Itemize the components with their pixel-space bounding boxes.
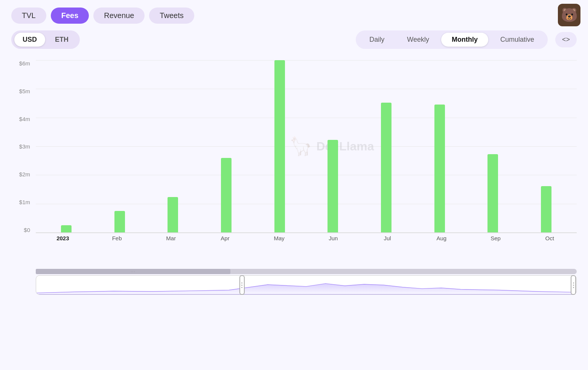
bar-mar[interactable] [168, 197, 178, 232]
y-label-4m: $4m [11, 116, 34, 122]
x-label-apr: Apr [198, 235, 252, 241]
x-axis: 2023FebMarAprMayJunJulAugSepOct [36, 235, 577, 241]
avatar: 🐻 [558, 4, 580, 26]
bar-feb[interactable] [114, 211, 125, 232]
chart-plot: 🦙 DefiLlama [36, 60, 577, 233]
bar-group-2023 [40, 60, 93, 232]
currency-toggle: USD ETH [11, 30, 80, 49]
y-label-5m: $5m [11, 88, 34, 94]
timeframe-daily[interactable]: Daily [359, 33, 395, 47]
bar-group-feb [93, 60, 146, 232]
bar-group-jul [360, 60, 413, 232]
bar-2023[interactable] [61, 225, 72, 232]
y-label-0: $0 [11, 227, 34, 233]
bar-group-apr [200, 60, 253, 232]
x-label-sep: Sep [469, 235, 523, 241]
currency-usd[interactable]: USD [14, 33, 45, 47]
bar-group-may [253, 60, 306, 232]
chart-inner: $6m $5m $4m $3m $2m $1m $0 [11, 60, 577, 256]
y-label-2m: $2m [11, 171, 34, 177]
x-label-jul: Jul [360, 235, 414, 241]
range-area: ··· [11, 267, 577, 295]
timeframe-toggle: Daily Weekly Monthly Cumulative [356, 30, 548, 49]
currency-eth[interactable]: ETH [47, 33, 77, 47]
mini-chart [36, 275, 577, 295]
y-label-1m: $1m [11, 199, 34, 205]
range-track: ··· [36, 269, 577, 274]
bar-aug[interactable] [434, 105, 445, 232]
bar-may[interactable] [274, 60, 285, 232]
x-label-2023: 2023 [36, 235, 90, 241]
x-label-jun: Jun [306, 235, 361, 241]
y-axis: $6m $5m $4m $3m $2m $1m $0 [11, 60, 34, 233]
bar-jul[interactable] [381, 103, 391, 232]
x-label-aug: Aug [414, 235, 469, 241]
timeframe-monthly[interactable]: Monthly [441, 33, 488, 47]
page-wrapper: 🐻 TVL Fees Revenue Tweets USD ETH Daily … [0, 0, 588, 303]
y-label-6m: $6m [11, 60, 34, 67]
bar-apr[interactable] [221, 158, 232, 232]
bar-group-mar [146, 60, 200, 232]
bar-oct[interactable] [541, 186, 551, 232]
x-label-may: May [252, 235, 306, 241]
bar-group-aug [413, 60, 466, 232]
bar-group-jun [306, 60, 360, 232]
bar-sep[interactable] [487, 154, 498, 232]
range-thumb[interactable]: ··· [36, 269, 230, 274]
chart-container: $6m $5m $4m $3m $2m $1m $0 [11, 60, 577, 295]
tab-tweets[interactable]: Tweets [149, 8, 194, 24]
bar-group-sep [466, 60, 520, 232]
x-label-mar: Mar [144, 235, 198, 241]
timeframe-cumulative[interactable]: Cumulative [490, 33, 545, 47]
range-handle-right[interactable] [571, 275, 576, 295]
embed-button[interactable]: <> [555, 32, 577, 47]
x-label-oct: Oct [522, 235, 577, 241]
tab-fees[interactable]: Fees [51, 8, 89, 24]
tab-tvl[interactable]: TVL [11, 8, 46, 24]
controls-row: USD ETH Daily Weekly Monthly Cumulative … [11, 30, 577, 49]
timeframe-weekly[interactable]: Weekly [396, 33, 440, 47]
tab-revenue[interactable]: Revenue [93, 8, 145, 24]
x-label-feb: Feb [90, 235, 144, 241]
bar-group-oct [519, 60, 573, 232]
bar-jun[interactable] [328, 140, 338, 232]
y-label-3m: $3m [11, 143, 34, 150]
tab-row: TVL Fees Revenue Tweets [11, 8, 577, 24]
bars-area [36, 60, 577, 232]
range-handle-left[interactable] [239, 275, 245, 295]
